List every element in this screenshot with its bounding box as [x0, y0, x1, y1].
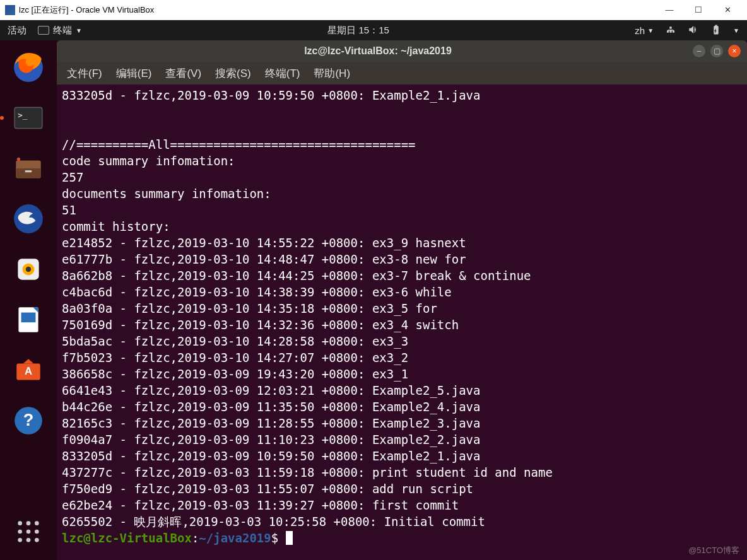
terminal-close-button[interactable]: ×: [728, 45, 741, 57]
terminal-titlebar[interactable]: lzc@lzc-VirtualBox: ~/java2019 – ▢ ×: [57, 40, 747, 62]
vbox-title: lzc [正在运行] - Oracle VM VirtualBox: [19, 4, 655, 16]
terminal-body[interactable]: 833205d - fzlzc,2019-03-09 10:59:50 +080…: [57, 85, 747, 560]
battery-icon[interactable]: [710, 24, 722, 37]
lang-label: zh: [635, 25, 645, 36]
chevron-down-icon: ▼: [647, 27, 654, 34]
help-launcher[interactable]: ?: [6, 399, 50, 443]
svg-rect-12: [21, 313, 36, 323]
activities-button[interactable]: 活动: [8, 25, 26, 37]
svg-point-18: [26, 521, 31, 525]
topbar-app-menu[interactable]: 终端 ▼: [38, 25, 82, 37]
host-minimize-button[interactable]: —: [655, 1, 684, 20]
svg-point-21: [26, 530, 31, 534]
input-source-indicator[interactable]: zh ▼: [635, 25, 654, 36]
topbar-clock[interactable]: 星期日 15：15: [82, 25, 635, 37]
svg-point-19: [35, 521, 39, 525]
svg-point-25: [35, 538, 39, 542]
terminal-minimize-button[interactable]: –: [693, 45, 705, 57]
ubuntu-software-launcher[interactable]: A: [6, 348, 50, 392]
vbox-titlebar: lzc [正在运行] - Oracle VM VirtualBox — ☐ ✕: [0, 0, 747, 20]
terminal-window: lzc@lzc-VirtualBox: ~/java2019 – ▢ × 文件(…: [57, 40, 747, 560]
svg-point-6: [17, 158, 20, 161]
terminal-title: lzc@lzc-VirtualBox: ~/java2019: [63, 45, 693, 57]
host-maximize-button[interactable]: ☐: [684, 1, 713, 20]
svg-point-10: [26, 267, 31, 272]
host-close-button[interactable]: ✕: [713, 1, 742, 20]
topbar-app-label: 终端: [53, 25, 72, 37]
svg-point-20: [18, 530, 22, 534]
rhythmbox-launcher[interactable]: [6, 247, 50, 291]
network-icon[interactable]: [665, 24, 676, 37]
watermark: @51CTO博客: [688, 545, 739, 556]
dock: >_ A ?: [0, 40, 57, 560]
virtualbox-icon: [5, 5, 15, 15]
svg-rect-5: [25, 170, 32, 172]
svg-rect-4: [16, 168, 41, 178]
system-menu-chevron-icon[interactable]: ▼: [733, 27, 739, 34]
menu-file[interactable]: 文件(F): [63, 64, 106, 83]
svg-point-24: [26, 538, 31, 542]
volume-icon[interactable]: [688, 24, 699, 37]
terminal-icon: [38, 26, 49, 35]
terminal-menubar: 文件(F) 编辑(E) 查看(V) 搜索(S) 终端(T) 帮助(H): [57, 62, 747, 85]
libreoffice-writer-launcher[interactable]: [6, 298, 50, 342]
gnome-topbar: 活动 终端 ▼ 星期日 15：15 zh ▼ ▼: [0, 20, 747, 40]
svg-point-23: [18, 538, 22, 542]
show-apps-launcher[interactable]: [6, 510, 50, 554]
vm-screen: 活动 终端 ▼ 星期日 15：15 zh ▼ ▼: [0, 20, 747, 560]
menu-search[interactable]: 搜索(S): [211, 64, 255, 83]
firefox-launcher[interactable]: [6, 45, 50, 90]
terminal-launcher[interactable]: >_: [6, 96, 50, 140]
menu-terminal[interactable]: 终端(T): [261, 64, 304, 83]
svg-point-22: [35, 530, 39, 534]
files-launcher[interactable]: [6, 146, 50, 190]
terminal-maximize-button[interactable]: ▢: [710, 45, 723, 57]
svg-text:>_: >_: [18, 110, 28, 120]
thunderbird-launcher[interactable]: [6, 197, 50, 241]
menu-edit[interactable]: 编辑(E): [112, 64, 156, 83]
menu-view[interactable]: 查看(V): [162, 64, 205, 83]
chevron-down-icon: ▼: [76, 27, 82, 34]
menu-help[interactable]: 帮助(H): [310, 64, 354, 83]
svg-point-17: [18, 521, 22, 525]
svg-text:?: ?: [23, 411, 34, 429]
svg-text:A: A: [25, 365, 32, 377]
